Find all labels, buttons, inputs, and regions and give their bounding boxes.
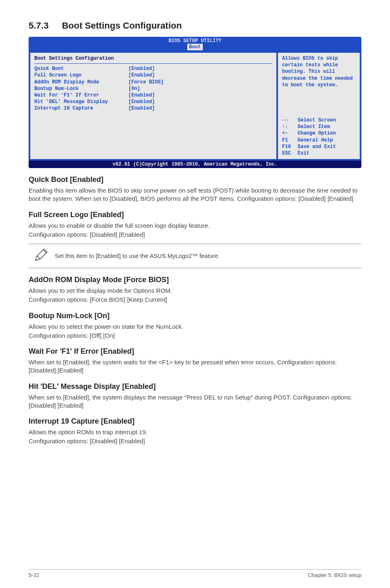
bios-help-text: Allows BIOS to skip certain tests while … <box>282 55 356 88</box>
bios-nav-action: General Help <box>298 137 333 144</box>
bios-nav-key: ←→ <box>282 117 298 123</box>
bios-nav-key: F1 <box>282 137 298 144</box>
bios-row-value: [Enabled] <box>128 72 155 79</box>
bios-utility-title: BIOS SETUP UTILITY <box>29 37 361 44</box>
heading-bootup-numlock: Bootup Num-Lock [On] <box>29 312 361 320</box>
paragraph: Configuration options: [Off] [On] <box>29 332 361 340</box>
bios-row-value: [Enabled] <box>128 92 155 99</box>
paragraph: Allows the option ROMs to trap interrupt… <box>29 428 361 436</box>
paragraph: Allows you to set the display mode for O… <box>29 287 361 295</box>
bios-panel-title: Boot Settings Configuration <box>34 55 272 64</box>
bios-row-value: [Force BIOS] <box>128 79 164 85</box>
heading-full-screen-logo: Full Screen Logo [Enabled] <box>29 211 361 219</box>
heading-quick-boot: Quick Boot [Enabled] <box>29 175 361 184</box>
bios-nav-action: Select Item <box>298 123 330 130</box>
bios-row-label: Quick Boot <box>34 65 128 72</box>
bios-tab-bar: Boot <box>29 44 361 51</box>
section-number: 5.7.3 <box>29 20 49 31</box>
bios-row-label: Hit 'DEL' Message Display <box>34 99 128 105</box>
paragraph: Configuration options: [Disabled] [Enabl… <box>29 437 361 445</box>
heading-addon-rom: AddOn ROM Display Mode [Force BIOS] <box>29 276 361 284</box>
bios-body: Boot Settings Configuration Quick Boot[E… <box>29 51 361 161</box>
section-header: 5.7.3 Boot Settings Configuration <box>29 20 361 31</box>
bios-row-label: Full Screen Logo <box>34 72 128 79</box>
heading-hit-del: Hit 'DEL' Message Display [Enabled] <box>29 382 361 391</box>
paragraph: Configuration options: [Disabled] [Enabl… <box>29 231 361 239</box>
paragraph: When set to [Enabled], the system displa… <box>29 393 361 410</box>
bios-nav-key: ↑↓ <box>282 123 298 130</box>
bios-nav-action: Exit <box>298 150 309 157</box>
note-callout: Set this item to [Enabled] to use the AS… <box>29 244 361 268</box>
paragraph: Configuration options: [Force BIOS] [Kee… <box>29 296 361 304</box>
bios-screenshot: BIOS SETUP UTILITY Boot Boot Settings Co… <box>29 37 361 168</box>
page-footer: 5-32 Chapter 5: BIOS setup <box>29 569 361 578</box>
bios-left-pane: Boot Settings Configuration Quick Boot[E… <box>30 53 276 159</box>
bios-row-label: Interrupt 19 Capture <box>34 105 128 112</box>
paragraph: When set to [Enabled], the system waits … <box>29 358 361 375</box>
bios-row-value: [Enabled] <box>128 105 155 112</box>
bios-nav-key: ESC <box>282 150 298 157</box>
bios-nav-action: Change Option <box>298 130 336 137</box>
bios-row-label: Wait For 'F1' If Error <box>34 92 128 99</box>
bios-nav-action: Select Screen <box>298 117 336 123</box>
bios-nav-key: +- <box>282 130 298 137</box>
note-text: Set this item to [Enabled] to use the AS… <box>53 253 361 259</box>
bios-row-value: [Enabled] <box>128 65 155 72</box>
bios-nav-action: Save and Exit <box>298 144 336 150</box>
page-number: 5-32 <box>29 572 39 578</box>
chapter-title: Chapter 5: BIOS setup <box>308 572 361 578</box>
bios-row: Full Screen Logo[Enabled] <box>34 72 272 79</box>
paragraph: Enabling this item allows the BIOS to sk… <box>29 186 361 203</box>
bios-row-value: [On] <box>128 85 140 92</box>
svg-line-1 <box>43 250 47 253</box>
bios-nav-hints: ←→Select Screen ↑↓Select Item +-Change O… <box>282 117 356 157</box>
heading-interrupt-19: Interrupt 19 Capture [Enabled] <box>29 417 361 426</box>
paragraph: Allows you to select the power-on state … <box>29 323 361 331</box>
bios-copyright-footer: v02.61 (C)Copyright 1985-2010, American … <box>29 161 361 168</box>
bios-row-value: [Enabled] <box>128 99 155 105</box>
bios-row: Quick Boot[Enabled] <box>34 65 272 72</box>
heading-wait-f1: Wait For 'F1' If Error [Enabled] <box>29 347 361 356</box>
paragraph: Allows you to enable or disable the full… <box>29 222 361 230</box>
bios-row: Hit 'DEL' Message Display[Enabled] <box>34 99 272 105</box>
bios-row-label: AddOn ROM Display Mode <box>34 79 128 85</box>
bios-row: AddOn ROM Display Mode[Force BIOS] <box>34 79 272 85</box>
svg-line-0 <box>37 256 40 259</box>
bios-nav-key: F10 <box>282 144 298 150</box>
bios-row: Interrupt 19 Capture[Enabled] <box>34 105 272 112</box>
pencil-icon <box>29 247 53 265</box>
bios-row-label: Bootup Num-Lock <box>34 85 128 92</box>
bios-tab-boot: Boot <box>187 44 203 50</box>
bios-row: Wait For 'F1' If Error[Enabled] <box>34 92 272 99</box>
bios-row: Bootup Num-Lock[On] <box>34 85 272 92</box>
section-title: Boot Settings Configuration <box>62 20 182 31</box>
bios-right-pane: Allows BIOS to skip certain tests while … <box>278 53 360 159</box>
